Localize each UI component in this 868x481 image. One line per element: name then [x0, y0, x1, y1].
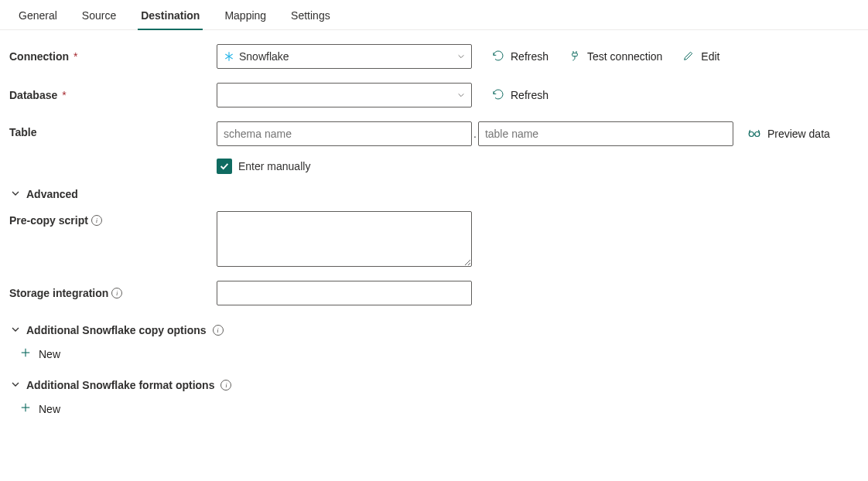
svg-point-5 [755, 131, 760, 136]
svg-rect-3 [572, 53, 578, 56]
label-table: Table [8, 121, 217, 138]
plus-icon [20, 347, 31, 360]
connection-select[interactable]: Snowflake [217, 44, 472, 69]
database-select[interactable] [217, 83, 472, 107]
storage-integration-input[interactable] [217, 281, 472, 305]
enter-manually-label: Enter manually [238, 160, 310, 172]
label-database: Database* [8, 89, 217, 101]
new-copy-option-button[interactable]: New [20, 347, 860, 360]
tab-mapping[interactable]: Mapping [212, 0, 279, 29]
plug-icon [569, 49, 581, 64]
tab-source[interactable]: Source [70, 0, 128, 29]
preview-data-button[interactable]: Preview data [747, 128, 830, 141]
pencil-icon [682, 49, 695, 64]
label-storage: Storage integration i [8, 287, 217, 299]
label-precopy: Pre-copy script i [8, 211, 217, 227]
plus-icon [20, 402, 31, 415]
tab-destination[interactable]: Destination [128, 0, 212, 29]
dot-separator: . [473, 128, 477, 140]
tab-bar: General Source Destination Mapping Setti… [0, 0, 868, 30]
schema-name-input[interactable] [217, 121, 472, 146]
table-name-input[interactable] [478, 121, 733, 146]
info-icon[interactable]: i [111, 288, 122, 298]
refresh-icon [492, 49, 504, 64]
connection-value: Snowflake [239, 50, 289, 63]
refresh-icon [492, 88, 504, 103]
edit-connection-button[interactable]: Edit [682, 49, 719, 64]
precopy-script-input[interactable] [217, 211, 472, 267]
info-icon[interactable]: i [220, 380, 231, 391]
refresh-connection-button[interactable]: Refresh [492, 49, 548, 64]
refresh-database-button[interactable]: Refresh [492, 88, 548, 103]
info-icon[interactable]: i [91, 215, 102, 226]
chevron-down-icon [457, 50, 465, 63]
label-connection: Connection* [8, 50, 217, 63]
glasses-icon [747, 128, 761, 141]
format-options-toggle[interactable]: Additional Snowflake format options i [11, 379, 860, 391]
info-icon[interactable]: i [213, 325, 224, 336]
chevron-down-icon [11, 379, 20, 391]
copy-options-toggle[interactable]: Additional Snowflake copy options i [11, 324, 860, 336]
snowflake-icon [224, 51, 234, 62]
new-format-option-button[interactable]: New [20, 402, 860, 415]
chevron-down-icon [11, 188, 20, 200]
chevron-down-icon [457, 89, 465, 101]
advanced-section-toggle[interactable]: Advanced [11, 188, 860, 200]
tab-general[interactable]: General [6, 0, 70, 29]
svg-point-4 [749, 131, 754, 136]
tab-settings[interactable]: Settings [279, 0, 343, 29]
test-connection-button[interactable]: Test connection [569, 49, 662, 64]
enter-manually-checkbox[interactable] [217, 159, 232, 174]
chevron-down-icon [11, 324, 20, 336]
